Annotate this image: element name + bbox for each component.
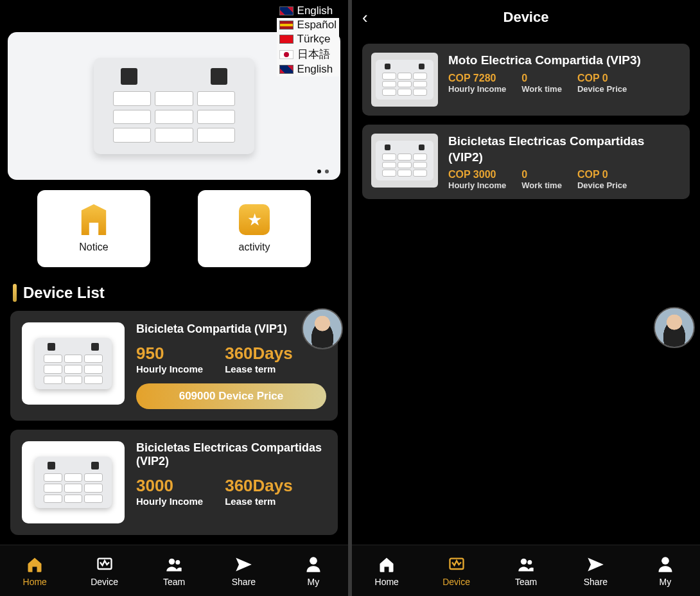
- product-image: [376, 60, 433, 100]
- nav-team[interactable]: Team: [139, 545, 209, 596]
- nav-my[interactable]: My: [279, 545, 348, 596]
- hourly-income-value: COP 3000: [448, 169, 506, 180]
- language-label: Türkçe: [297, 33, 331, 46]
- topbar: ‹ Device: [352, 0, 700, 35]
- nav-home[interactable]: Home: [352, 545, 421, 596]
- language-option[interactable]: Türkçe: [277, 32, 339, 46]
- svg-point-3: [310, 557, 317, 565]
- device-item[interactable]: Moto Electrica Compartida (VIP3) COP 728…: [362, 44, 690, 116]
- language-label: English: [297, 4, 333, 17]
- product-image: [376, 141, 433, 180]
- device-list-header: Device List: [0, 274, 348, 311]
- section-title: Device List: [23, 284, 105, 302]
- share-icon: [584, 555, 606, 574]
- lease-term-value: 360Days: [225, 344, 293, 364]
- svg-point-1: [169, 558, 175, 564]
- my-icon: [654, 555, 676, 574]
- language-option[interactable]: English: [277, 62, 339, 76]
- svg-point-5: [521, 558, 527, 564]
- device-title: Bicicletas Electricas Compartidas (VIP2): [136, 441, 326, 468]
- nav-label: Team: [163, 577, 185, 587]
- nav-label: Device: [91, 577, 118, 587]
- hourly-income-value: COP 7280: [448, 73, 506, 84]
- language-label: 日本語: [297, 47, 330, 62]
- device-icon: [446, 555, 468, 574]
- team-icon: [163, 555, 185, 574]
- nav-label: Share: [232, 577, 256, 587]
- device-name: Moto Electrica Compartida (VIP3): [448, 53, 681, 69]
- activity-label: activity: [239, 241, 270, 253]
- home-icon: [24, 555, 46, 574]
- device-card[interactable]: Bicicleta Compartida (VIP1) 950 Hourly I…: [10, 311, 338, 421]
- carousel-dots[interactable]: [317, 170, 329, 173]
- nav-label: Share: [584, 577, 608, 587]
- language-option[interactable]: English: [277, 4, 339, 18]
- phone-left: EnglishEspañolTürkçe日本語English Notice ★ …: [0, 0, 348, 596]
- nav-share[interactable]: Share: [209, 545, 278, 596]
- nav-home[interactable]: Home: [0, 545, 69, 596]
- svg-point-6: [527, 560, 532, 565]
- work-time-value: 0: [521, 73, 562, 84]
- nav-device[interactable]: Device: [69, 545, 139, 596]
- nav-label: My: [659, 577, 671, 587]
- flag-icon: [279, 21, 293, 30]
- hourly-income-value: 950: [136, 344, 203, 364]
- device-item[interactable]: Bicicletas Electricas Compartidas (VIP2)…: [362, 125, 690, 199]
- language-label: English: [297, 63, 333, 76]
- bottom-nav-right: Home Device Team Share My: [352, 545, 700, 596]
- work-time-value: 0: [521, 169, 562, 180]
- notice-icon: [78, 204, 109, 235]
- svg-point-2: [175, 560, 180, 565]
- right-scroll: ‹ Device Moto Electrica Compartida (VIP3…: [352, 0, 700, 545]
- activity-button[interactable]: ★ activity: [198, 190, 311, 267]
- support-avatar[interactable]: [302, 308, 343, 349]
- flag-icon: [279, 35, 293, 44]
- work-time-label: Work time: [521, 84, 562, 94]
- language-option[interactable]: 日本語: [277, 46, 339, 62]
- device-card[interactable]: Bicicletas Electricas Compartidas (VIP2)…: [10, 430, 338, 535]
- language-option[interactable]: Español: [277, 18, 339, 32]
- flag-icon: [279, 50, 293, 59]
- device-price-button[interactable]: 609000 Device Price: [136, 383, 326, 409]
- device-price-label: Device Price: [577, 84, 627, 94]
- hourly-income-label: Hourly Income: [448, 84, 506, 94]
- notice-button[interactable]: Notice: [37, 190, 150, 267]
- svg-point-7: [661, 557, 669, 565]
- flag-icon: [279, 6, 293, 15]
- device-info: Bicicletas Electricas Compartidas (VIP2)…: [136, 441, 326, 523]
- hourly-income-value: 3000: [136, 476, 203, 496]
- lease-term-value: 360Days: [225, 476, 293, 496]
- team-icon: [515, 555, 537, 574]
- support-avatar[interactable]: [654, 307, 695, 348]
- nav-label: Team: [515, 577, 537, 587]
- nav-device[interactable]: Device: [421, 545, 491, 596]
- home-icon: [376, 555, 398, 574]
- my-icon: [302, 555, 324, 574]
- nav-label: Device: [442, 577, 470, 587]
- nav-team[interactable]: Team: [491, 545, 561, 596]
- language-label: Español: [297, 19, 337, 31]
- hourly-income-label: Hourly Income: [448, 180, 506, 190]
- nav-my[interactable]: My: [631, 545, 700, 596]
- notice-label: Notice: [79, 241, 108, 253]
- section-accent-bar: [13, 284, 17, 302]
- lease-term-label: Lease term: [225, 364, 293, 374]
- language-dropdown[interactable]: EnglishEspañolTürkçe日本語English: [277, 4, 339, 76]
- share-icon: [232, 555, 254, 574]
- nav-label: Home: [23, 577, 47, 587]
- work-time-label: Work time: [521, 180, 562, 190]
- activity-icon: ★: [239, 204, 270, 235]
- device-thumbnail: [371, 53, 438, 107]
- device-price-value: COP 0: [577, 169, 627, 180]
- nav-share[interactable]: Share: [561, 545, 630, 596]
- nav-label: Home: [375, 577, 399, 587]
- lease-term-label: Lease term: [225, 496, 293, 507]
- device-name: Bicicletas Electricas Compartidas (VIP2): [448, 134, 681, 165]
- bottom-nav-left: Home Device Team Share My: [0, 545, 348, 596]
- hourly-income-label: Hourly Income: [136, 364, 203, 374]
- left-scroll: EnglishEspañolTürkçe日本語English Notice ★ …: [0, 0, 348, 545]
- device-icon: [94, 555, 116, 574]
- page-title: Device: [352, 9, 700, 26]
- device-thumbnail: [371, 134, 438, 188]
- hero-product-image: [94, 58, 254, 154]
